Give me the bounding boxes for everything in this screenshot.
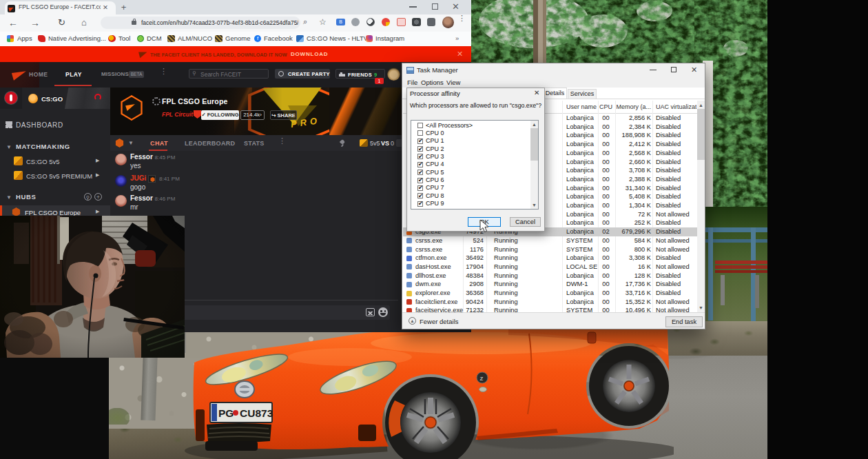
svg-text:CU873: CU873 [240, 407, 273, 419]
svg-text:PG: PG [218, 407, 234, 419]
svg-text:Z: Z [480, 376, 484, 382]
